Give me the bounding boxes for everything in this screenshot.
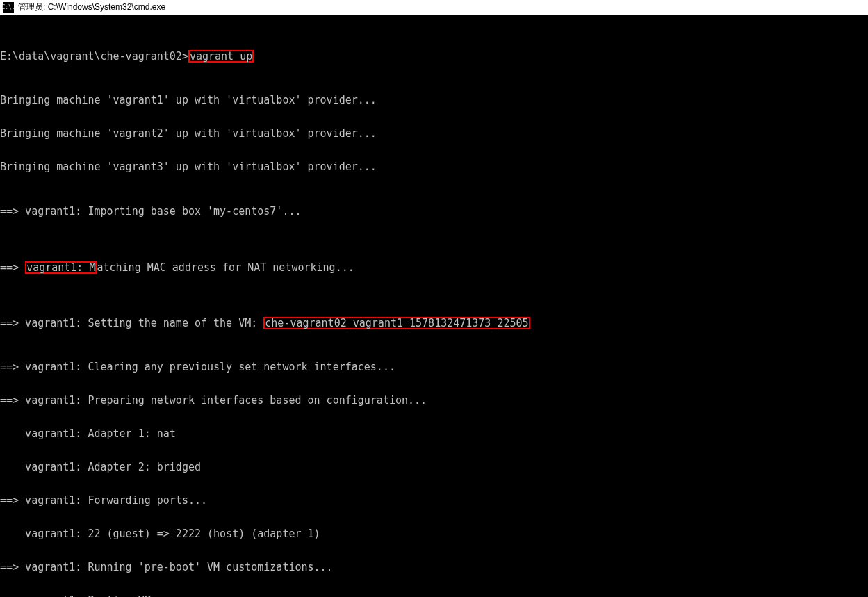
txt: ==> vagrant1: Setting the name of the VM… [0,317,263,329]
window-titlebar: C:\. 管理员: C:\Windows\System32\cmd.exe [0,0,868,15]
output-line: Bringing machine 'vagrant1' up with 'vir… [0,95,868,106]
output-line: ==> vagrant1: Importing base box 'my-cen… [0,206,868,217]
vagrant1-label-highlight: vagrant1: M [25,261,97,274]
cmd-icon: C:\. [3,2,14,13]
output-line: Bringing machine 'vagrant3' up with 'vir… [0,161,868,172]
output-line: Bringing machine 'vagrant2' up with 'vir… [0,128,868,139]
window-title: 管理员: C:\Windows\System32\cmd.exe [18,1,165,13]
txt: atching MAC address for NAT networking..… [97,261,354,274]
output-line: ==> vagrant1: Running 'pre-boot' VM cust… [0,562,868,573]
prompt-line: E:\data\vagrant\che-vagrant02>vagrant up [0,50,868,61]
output-line: ==> vagrant1: Preparing network interfac… [0,395,868,406]
command-highlight: vagrant up [188,50,254,63]
terminal-output[interactable]: E:\data\vagrant\che-vagrant02>vagrant up… [0,15,868,597]
output-line: ==> vagrant1: Matching MAC address for N… [0,261,868,272]
prompt-path: E:\data\vagrant\che-vagrant02> [0,50,188,63]
output-line: ==> vagrant1: Forwarding ports... [0,495,868,506]
command-text: vagrant up [190,50,252,63]
output-line: ==> vagrant1: Clearing any previously se… [0,361,868,373]
output-line: vagrant1: 22 (guest) => 2222 (host) (ada… [0,528,868,539]
txt: ==> [0,261,25,274]
output-line: ==> vagrant1: Setting the name of the VM… [0,317,868,328]
output-line: vagrant1: Adapter 1: nat [0,428,868,439]
output-line: vagrant1: Adapter 2: bridged [0,461,868,473]
vm1-name-highlight: che-vagrant02_vagrant1_1578132471373_225… [263,317,530,329]
